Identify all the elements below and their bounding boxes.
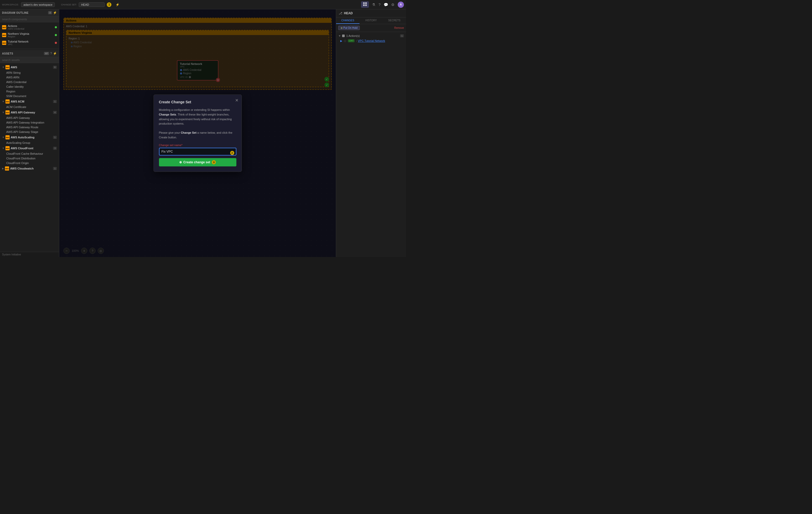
- right-panel-header: ⎇ HEAD: [336, 9, 406, 18]
- modal-overlay[interactable]: Create Change Set ✕ Modeling a configura…: [59, 9, 336, 257]
- right-tabs: CHANGES HISTORY SECRETS: [336, 18, 406, 24]
- action-item-vpc[interactable]: ▶ ⬡ CRT : VPC Tutorial Network: [338, 38, 404, 43]
- modal-step-3-badge: 3: [212, 160, 216, 164]
- svg-rect-3: [365, 4, 367, 6]
- chevron-actions-icon[interactable]: ▼: [338, 34, 341, 37]
- branch-icon: ⎇: [339, 11, 342, 15]
- aws-autoscaling-logo-icon: aws: [5, 135, 10, 140]
- outline-item-tn-status: [55, 42, 57, 44]
- modal-field-label: Change set name*: [159, 144, 236, 147]
- aws-acm-group-count: 1: [53, 100, 57, 103]
- outline-item-nv-status: [55, 34, 57, 36]
- diagram-outline-filter-icon[interactable]: ⚡: [53, 11, 57, 14]
- aws-api-gw-chevron-icon: ▼: [2, 111, 4, 114]
- aws-cloudwatch-logo-icon: aws: [5, 167, 9, 171]
- search-assets-input[interactable]: [0, 57, 59, 63]
- outline-item-tn-name: Tutorial Network: [8, 40, 53, 43]
- outline-item-tn-text: Tutorial Network VPC: [8, 40, 53, 46]
- create-changeset-modal: Create Change Set ✕ Modeling a configura…: [153, 94, 242, 172]
- help-btn[interactable]: ?: [378, 3, 381, 7]
- diagram-outline-title: DIAGRAM OUTLINE: [2, 11, 47, 14]
- asset-cloudfront-cache[interactable]: CloudFront Cache Behaviour: [0, 151, 59, 156]
- tab-history[interactable]: HISTORY: [359, 18, 383, 24]
- aws-api-gw-logo-icon: aws: [5, 110, 10, 115]
- actions-group: ▼ 1 Action(s) 1 ▶ ⬡ CRT : VPC Tutorial N…: [336, 32, 406, 45]
- outline-item-tutorial-network[interactable]: aws Tutorial Network VPC: [0, 39, 59, 47]
- asset-aws-arn[interactable]: AWS ARN: [0, 75, 59, 80]
- tab-changes[interactable]: CHANGES: [336, 18, 359, 24]
- modal-step-2-badge: 2: [230, 151, 234, 155]
- diagram-tab-btn[interactable]: [361, 1, 369, 8]
- modal-body: Modeling a configuration or extending SI…: [159, 108, 236, 140]
- avatar[interactable]: A: [398, 2, 404, 8]
- settings-btn[interactable]: ⚙: [391, 3, 395, 7]
- aws-cloudfront-group-header[interactable]: ▼ aws AWS CloudFront 3: [0, 145, 59, 151]
- aws-autoscaling-chevron-icon: ▼: [2, 136, 4, 139]
- actions-count-label: 1 Action(s): [346, 34, 399, 37]
- workspace-selector[interactable]: [21, 2, 55, 7]
- aws-group-label: AWS: [11, 66, 52, 69]
- assets-section: ASSETS 87 ? ⚡ ▼ aws AWS 6 ARN String AWS…: [0, 50, 59, 252]
- search-components-input[interactable]: [0, 17, 59, 22]
- action-item-label: : VPC Tutorial Network: [356, 39, 385, 42]
- tab-secrets[interactable]: SECRETS: [383, 18, 406, 24]
- asset-region[interactable]: Region: [0, 89, 59, 94]
- outline-item-actions[interactable]: aws Actions AWS Credential: [0, 23, 59, 31]
- aws-acm-chevron-icon: ▼: [2, 100, 4, 103]
- asset-cloudfront-dist[interactable]: CloudFront Distribution: [0, 156, 59, 161]
- discord-btn[interactable]: 💬: [384, 3, 388, 7]
- asset-aws-credential[interactable]: AWS Credential: [0, 80, 59, 84]
- outline-item-actions-status: [55, 26, 57, 28]
- outline-items: aws Actions AWS Credential aws Northern …: [0, 22, 59, 48]
- aws-cloudfront-group-label: AWS CloudFront: [11, 147, 52, 150]
- asset-ssm-document[interactable]: SSM Document: [0, 94, 59, 98]
- head-label: HEAD: [344, 11, 353, 15]
- left-panel: DIAGRAM OUTLINE 3 ⚡ aws Actions AWS Cred…: [0, 9, 59, 257]
- put-on-hold-btn[interactable]: ⊕ Put On Hold: [338, 26, 360, 30]
- aws-region-icon: aws: [2, 33, 6, 37]
- action-crt-badge: CRT: [348, 39, 354, 42]
- asset-autoscaling-group[interactable]: AutoScaling Group: [0, 141, 59, 145]
- actions-group-row: ▼ 1 Action(s) 1: [338, 33, 404, 38]
- asset-aws-api-gateway-stage[interactable]: AWS API Gateway Stage: [0, 129, 59, 134]
- changeset-selector[interactable]: [79, 2, 105, 7]
- aws-cred-icon: aws: [2, 25, 6, 29]
- asset-aws-api-gateway-integration[interactable]: AWS API Gateway Integration: [0, 120, 59, 125]
- aws-autoscaling-group-header[interactable]: ▼ aws AWS AutoScaling 1: [0, 134, 59, 141]
- asset-aws-api-gateway-route[interactable]: AWS API Gateway Route: [0, 125, 59, 129]
- action-play-icon: ▶: [340, 39, 342, 42]
- svg-rect-1: [365, 2, 367, 4]
- right-panel: ⎇ HEAD CHANGES HISTORY SECRETS ⊕ Put On …: [336, 9, 406, 257]
- aws-vpc-icon: aws: [2, 41, 6, 45]
- assets-help-icon[interactable]: ?: [50, 52, 52, 55]
- aws-autoscaling-group-label: AWS AutoScaling: [11, 136, 52, 139]
- svg-rect-0: [363, 2, 365, 4]
- aws-cloudfront-group-count: 3: [53, 147, 57, 150]
- outline-item-northern-virginia[interactable]: aws Northern Virginia Region: [0, 31, 59, 39]
- asset-aws-api-gateway[interactable]: AWS API Gateway: [0, 116, 59, 120]
- aws-cloudwatch-group-header[interactable]: ▶ aws AWS Cloudwatch 1: [0, 165, 59, 172]
- modal-close-btn[interactable]: ✕: [235, 98, 238, 103]
- outline-item-nv-name: Northern Virginia: [8, 32, 53, 35]
- assets-list: ▼ aws AWS 6 ARN String AWS ARN AWS Crede…: [0, 63, 59, 252]
- aws-cloudwatch-group-label: AWS Cloudwatch: [10, 167, 52, 170]
- asset-arn-string[interactable]: ARN String: [0, 70, 59, 75]
- remove-btn[interactable]: Remove: [394, 27, 404, 29]
- actions-group-icon: [342, 34, 345, 37]
- aws-acm-group-header[interactable]: ▼ aws AWS ACM 1: [0, 98, 59, 104]
- modal-submit-btn[interactable]: ⊕ Create change set 3: [159, 158, 236, 167]
- action-status-icon: ⬡: [344, 39, 346, 42]
- aws-cloudwatch-group-count: 1: [53, 167, 57, 170]
- canvas-area[interactable]: Actions AWS Credential: 1 Northern Virgi…: [59, 9, 336, 257]
- asset-caller-identity[interactable]: Caller Identity: [0, 84, 59, 89]
- asset-acm-cert[interactable]: ACM Certificate: [0, 104, 59, 109]
- aws-api-gw-group-header[interactable]: ▼ aws AWS API Gateway 4: [0, 109, 59, 116]
- changeset-label: CHANGE SET:: [61, 3, 77, 6]
- beaker-tab-btn[interactable]: ⚗: [372, 3, 375, 7]
- aws-api-gw-group-count: 4: [53, 111, 57, 114]
- asset-cloudfront-origin[interactable]: CloudFront Origin: [0, 161, 59, 165]
- assets-filter-icon[interactable]: ⚡: [53, 52, 57, 55]
- modal-changeset-name-input[interactable]: [159, 148, 236, 155]
- aws-group-header[interactable]: ▼ aws AWS 6: [0, 64, 59, 70]
- action-vpc-link[interactable]: VPC Tutorial Network: [358, 39, 385, 42]
